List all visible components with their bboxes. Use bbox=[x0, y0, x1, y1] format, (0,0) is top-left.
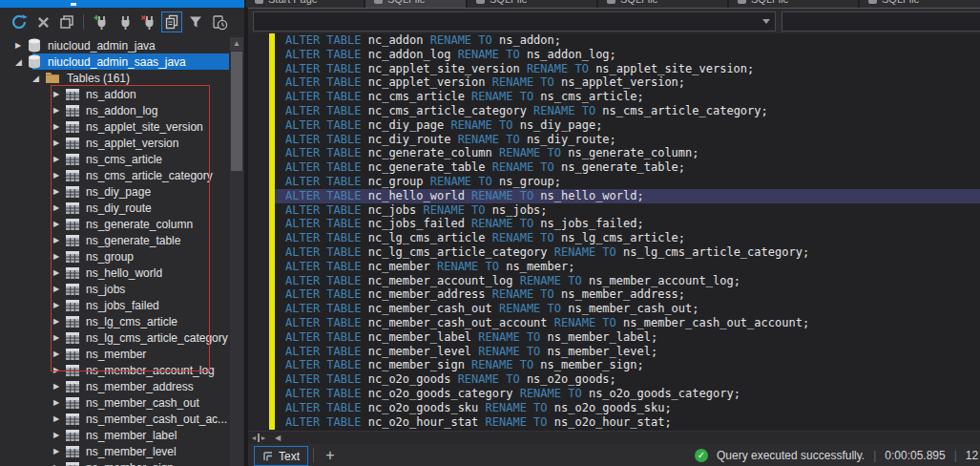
expanded-arrow-icon[interactable]: ◢ bbox=[15, 57, 28, 67]
sql-line-6[interactable]: ALTER TABLE nc_cms_article_category RENA… bbox=[275, 104, 980, 118]
tab-sqlfile-5[interactable]: SQLFile bbox=[860, 0, 980, 8]
tree-item-ns-cms-article-category[interactable]: ▶ns_cms_article_category bbox=[0, 167, 229, 183]
refresh-icon[interactable] bbox=[9, 11, 30, 32]
tree-scrollbar[interactable]: ▲ bbox=[230, 37, 243, 466]
tab-start-page-0[interactable]: Start Page bbox=[246, 0, 364, 8]
sql-line-27[interactable]: ALTER TABLE nc_o2o_goods_sku RENAME TO n… bbox=[275, 401, 980, 415]
tree-item-ns-member-label[interactable]: ▶ns_member_label bbox=[0, 427, 229, 443]
sql-line-5[interactable]: ALTER TABLE nc_cms_article RENAME TO ns_… bbox=[275, 90, 980, 104]
sql-line-12[interactable]: ALTER TABLE nc_hello_world RENAME TO ns_… bbox=[275, 189, 980, 203]
collapsed-arrow-icon[interactable]: ▶ bbox=[53, 220, 66, 228]
sql-line-10[interactable]: ALTER TABLE nc_generate_table RENAME TO … bbox=[275, 160, 980, 175]
sql-line-4[interactable]: ALTER TABLE nc_applet_version RENAME TO … bbox=[275, 75, 980, 90]
sql-line-11[interactable]: ALTER TABLE nc_group RENAME TO ns_group; bbox=[275, 175, 980, 189]
collapsed-arrow-icon[interactable]: ▶ bbox=[53, 138, 66, 147]
sql-line-21[interactable]: ALTER TABLE nc_member_cash_out_account R… bbox=[275, 316, 980, 330]
tree-item-ns-member-cash-out-ac-[interactable]: ▶ns_member_cash_out_ac... bbox=[0, 411, 229, 427]
tree-item-ns-member-account-log[interactable]: ▶ns_member_account_log bbox=[0, 362, 229, 378]
tree-item-ns-lg-cms-article[interactable]: ▶ns_lg_cms_article bbox=[0, 313, 229, 329]
filter-icon[interactable] bbox=[185, 11, 206, 32]
tree-item-ns-member-address[interactable]: ▶ns_member_address bbox=[0, 378, 229, 394]
tree-item-niucloud-admin-java[interactable]: ▶niucloud_admin_java bbox=[0, 37, 229, 53]
collapsed-arrow-icon[interactable]: ▶ bbox=[53, 187, 66, 196]
sql-line-20[interactable]: ALTER TABLE nc_member_cash_out RENAME TO… bbox=[275, 302, 980, 316]
sql-line-3[interactable]: ALTER TABLE nc_applet_site_version RENAM… bbox=[275, 62, 980, 76]
collapsed-arrow-icon[interactable]: ▶ bbox=[53, 398, 66, 407]
tree-item-ns-generate-table[interactable]: ▶ns_generate_table bbox=[0, 232, 229, 248]
tree-item-ns-group[interactable]: ▶ns_group bbox=[0, 248, 229, 265]
collapsed-arrow-icon[interactable]: ▶ bbox=[53, 106, 66, 115]
sql-line-8[interactable]: ALTER TABLE nc_diy_route RENAME TO ns_di… bbox=[275, 133, 980, 147]
sql-line-16[interactable]: ALTER TABLE nc_lg_cms_article_category R… bbox=[275, 245, 980, 260]
scroll-up-icon[interactable]: ▲ bbox=[230, 37, 243, 51]
add-result-tab-button[interactable]: + bbox=[321, 445, 340, 465]
collapsed-arrow-icon[interactable]: ▶ bbox=[53, 252, 66, 261]
sql-line-18[interactable]: ALTER TABLE nc_member_account_log RENAME… bbox=[275, 274, 980, 288]
sql-line-26[interactable]: ALTER TABLE nc_o2o_goods_category RENAME… bbox=[275, 387, 980, 401]
tab-sqlfile-4[interactable]: SQLFile bbox=[729, 0, 858, 8]
tree-item-ns-hello-world[interactable]: ▶ns_hello_world bbox=[0, 265, 229, 281]
new-connection-icon[interactable] bbox=[90, 11, 111, 32]
collapsed-arrow-icon[interactable]: ▶ bbox=[53, 317, 66, 326]
sql-code-area[interactable]: ALTER TABLE nc_addon RENAME TO ns_addon;… bbox=[248, 33, 980, 431]
tab-sqlfile-1[interactable]: SQLFile bbox=[365, 0, 466, 8]
sql-line-19[interactable]: ALTER TABLE nc_member_address RENAME TO … bbox=[275, 287, 980, 302]
tree-item-niucloud-admin-saas-java[interactable]: ◢niucloud_admin_saas_java bbox=[0, 53, 229, 70]
splitter-grip-icon[interactable]: ◂▸ bbox=[252, 434, 265, 442]
collapsed-arrow-icon[interactable]: ▶ bbox=[53, 350, 66, 358]
collapsed-arrow-icon[interactable]: ▶ bbox=[53, 382, 66, 391]
collapsed-arrow-icon[interactable]: ▶ bbox=[53, 171, 66, 180]
sql-line-2[interactable]: ALTER TABLE nc_addon_log RENAME TO ns_ad… bbox=[275, 48, 980, 62]
collapsed-arrow-icon[interactable]: ▶ bbox=[53, 366, 66, 374]
tree-item-ns-addon[interactable]: ▶ns_addon bbox=[0, 86, 229, 102]
collapsed-arrow-icon[interactable]: ▶ bbox=[53, 414, 66, 423]
sql-line-7[interactable]: ALTER TABLE nc_diy_page RENAME TO ns_diy… bbox=[275, 118, 980, 133]
result-tab-text[interactable]: Text bbox=[254, 446, 308, 466]
collapsed-arrow-icon[interactable]: ▶ bbox=[53, 203, 66, 212]
close-icon[interactable] bbox=[32, 11, 53, 32]
sql-line-22[interactable]: ALTER TABLE nc_member_label RENAME TO ns… bbox=[275, 330, 980, 345]
disconnect-icon[interactable] bbox=[137, 11, 158, 32]
tree-item-ns-member[interactable]: ▶ns_member bbox=[0, 346, 229, 362]
tree-item-ns-member-cash-out[interactable]: ▶ns_member_cash_out bbox=[0, 394, 229, 411]
connection-icon[interactable] bbox=[114, 11, 135, 32]
tree-item-ns-lg-cms-article-category[interactable]: ▶ns_lg_cms_article_category bbox=[0, 329, 229, 346]
tab-sqlfile-2[interactable]: SQLFile bbox=[468, 0, 596, 8]
sql-line-28[interactable]: ALTER TABLE nc_o2o_hour_stat RENAME TO n… bbox=[275, 415, 980, 430]
collapsed-arrow-icon[interactable]: ▶ bbox=[53, 447, 66, 455]
tree-item-ns-diy-route[interactable]: ▶ns_diy_route bbox=[0, 200, 229, 216]
tree-item-ns-diy-page[interactable]: ▶ns_diy_page bbox=[0, 183, 229, 200]
collapsed-arrow-icon[interactable]: ▶ bbox=[53, 333, 66, 342]
tree-item-ns-generate-column[interactable]: ▶ns_generate_column bbox=[0, 216, 229, 232]
database-combobox[interactable] bbox=[782, 11, 980, 32]
cascade-windows-icon[interactable] bbox=[56, 11, 77, 32]
tree-item-ns-jobs-failed[interactable]: ▶ns_jobs_failed bbox=[0, 297, 229, 313]
collapsed-arrow-icon[interactable]: ▶ bbox=[53, 122, 66, 131]
sql-line-9[interactable]: ALTER TABLE nc_generate_column RENAME TO… bbox=[275, 146, 980, 160]
tree-item-ns-cms-article[interactable]: ▶ns_cms_article bbox=[0, 151, 229, 167]
collapsed-arrow-icon[interactable]: ▶ bbox=[15, 41, 28, 50]
sql-line-13[interactable]: ALTER TABLE nc_jobs RENAME TO ns_jobs; bbox=[275, 203, 980, 218]
collapsed-arrow-icon[interactable]: ▶ bbox=[53, 268, 66, 277]
tree-item-ns-applet-site-version[interactable]: ▶ns_applet_site_version bbox=[0, 118, 229, 135]
sql-line-1[interactable]: ALTER TABLE nc_addon RENAME TO ns_addon; bbox=[275, 33, 980, 48]
sql-line-25[interactable]: ALTER TABLE nc_o2o_goods RENAME TO ns_o2… bbox=[275, 372, 980, 387]
sql-line-14[interactable]: ALTER TABLE nc_jobs_failed RENAME TO ns_… bbox=[275, 217, 980, 231]
schedule-icon[interactable] bbox=[209, 11, 230, 32]
tree-item-ns-addon-log[interactable]: ▶ns_addon_log bbox=[0, 102, 229, 118]
tree-item-ns-jobs[interactable]: ▶ns_jobs bbox=[0, 281, 229, 297]
editor-hscrollbar[interactable]: ◂▸ ◀ bbox=[248, 431, 980, 444]
expanded-arrow-icon[interactable]: ◢ bbox=[32, 74, 45, 83]
collapsed-arrow-icon[interactable]: ▶ bbox=[53, 431, 66, 439]
tree-item-ns-member-sign[interactable]: ▶ns_member_sign bbox=[0, 459, 229, 466]
collapsed-arrow-icon[interactable]: ▶ bbox=[53, 301, 66, 309]
sql-line-17[interactable]: ALTER TABLE nc_member RENAME TO ns_membe… bbox=[275, 260, 980, 274]
sql-line-24[interactable]: ALTER TABLE nc_member_sign RENAME TO ns_… bbox=[275, 358, 980, 372]
collapsed-arrow-icon[interactable]: ▶ bbox=[53, 285, 66, 293]
scroll-left-icon[interactable]: ◀ bbox=[275, 434, 281, 442]
collapsed-arrow-icon[interactable]: ▶ bbox=[53, 90, 66, 98]
duplicate-icon[interactable] bbox=[161, 11, 182, 32]
tree-item-ns-applet-version[interactable]: ▶ns_applet_version bbox=[0, 135, 229, 151]
collapsed-arrow-icon[interactable]: ▶ bbox=[53, 236, 66, 244]
connection-combobox[interactable] bbox=[253, 11, 776, 32]
